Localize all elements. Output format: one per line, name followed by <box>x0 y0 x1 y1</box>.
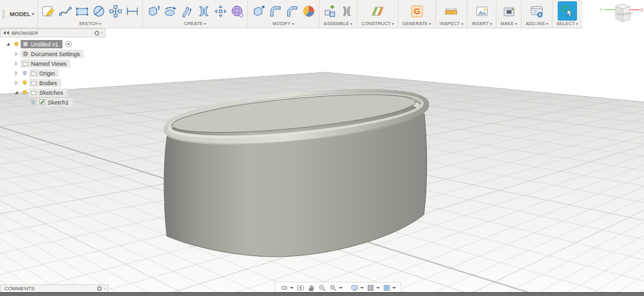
chevron-down-icon: ▾ <box>98 22 101 26</box>
toolbar-group-label[interactable]: CONSTRUCT ▾ <box>359 21 396 28</box>
extrude-icon <box>146 4 161 19</box>
chevron-down-icon: ▾ <box>460 22 463 26</box>
tree-item-label[interactable]: Document Settings <box>21 50 84 58</box>
activate-component-radio-icon[interactable] <box>64 40 73 48</box>
toolbar-group-label[interactable]: MAKE ▾ <box>498 21 519 28</box>
generate-button[interactable]: G <box>408 2 425 20</box>
zoom-button[interactable] <box>318 284 327 292</box>
collapse-panel-icon[interactable] <box>3 31 10 35</box>
create-sketch-icon <box>41 4 56 19</box>
pattern-button[interactable] <box>212 2 229 20</box>
toolbar-group-label[interactable]: SELECT ▾ <box>554 21 580 28</box>
sketch-pattern-button[interactable] <box>107 2 124 20</box>
model-body[interactable] <box>164 84 430 257</box>
toolbar-grip-icon[interactable] <box>0 0 6 28</box>
loft-button[interactable] <box>195 2 212 20</box>
tree-item-text: Sketches <box>39 90 63 96</box>
panel-options-icon[interactable] <box>97 286 102 291</box>
grid-settings-button[interactable] <box>366 284 380 292</box>
extrude-button[interactable] <box>145 2 162 20</box>
zoom-icon <box>318 284 327 292</box>
tree-item-label[interactable]: Origin <box>29 69 59 77</box>
visibility-bulb-on-icon[interactable] <box>21 89 29 96</box>
visibility-bulb-on-icon[interactable] <box>21 79 29 86</box>
tree-item-label[interactable]: Sketch1 <box>37 98 73 106</box>
pan-button[interactable] <box>307 284 316 292</box>
expander-collapsed-icon[interactable] <box>12 70 21 76</box>
expander-expanded-icon[interactable] <box>12 90 21 95</box>
workspace-dropdown[interactable]: MODEL ▾ <box>6 0 37 28</box>
press-pull-button[interactable] <box>250 2 267 20</box>
display-settings-button[interactable] <box>350 284 364 292</box>
chevron-right-icon[interactable]: › <box>101 30 103 35</box>
toolbar-group-label[interactable]: MODIFY ▾ <box>250 21 317 28</box>
window-bottom-edge <box>0 292 644 296</box>
tree-item-label[interactable]: Untitled v1 <box>21 40 62 48</box>
fillet-button[interactable] <box>267 2 283 20</box>
orbit-button[interactable] <box>280 284 294 292</box>
tree-item-text: Sketch1 <box>48 99 69 106</box>
coil-icon <box>230 4 245 19</box>
chamfer-button[interactable] <box>283 2 300 20</box>
tree-item-label[interactable]: Named Views <box>21 59 70 68</box>
insert-image-button[interactable] <box>473 2 490 20</box>
visibility-bulb-off-icon[interactable] <box>29 99 37 106</box>
sweep-icon <box>180 4 194 19</box>
expander-expanded-icon[interactable] <box>4 41 12 47</box>
toolbar-group-label[interactable]: SKETCH ▾ <box>40 21 140 28</box>
folder-icon <box>22 60 29 67</box>
viewports-button[interactable] <box>383 284 396 292</box>
expander-collapsed-icon[interactable] <box>12 61 21 66</box>
tree-item-label[interactable]: Bodies <box>29 79 61 87</box>
tree-item-text: Origin <box>39 70 55 77</box>
expander-collapsed-icon[interactable] <box>12 80 21 86</box>
toolbar-group-sketch: SKETCH ▾ <box>37 0 142 28</box>
construction-plane-button[interactable] <box>369 2 386 20</box>
tree-item-origin: Origin <box>0 68 109 78</box>
expander-collapsed-icon[interactable] <box>12 51 21 57</box>
visibility-bulb-off-icon[interactable] <box>21 70 29 77</box>
create-sketch-button[interactable] <box>40 2 57 20</box>
look-at-icon <box>296 284 305 292</box>
tree-item-untitled-v1: Untitled v1 <box>0 39 109 49</box>
revolve-button[interactable] <box>162 2 178 20</box>
toolbar-group-label[interactable]: ADD-INS ▾ <box>524 21 550 28</box>
group-label-text: INSPECT <box>440 21 460 26</box>
toolbar-group-create: CREATE ▾ <box>142 0 247 28</box>
fit-icon <box>329 284 337 292</box>
rectangle-button[interactable] <box>73 2 90 20</box>
sweep-button[interactable] <box>178 2 195 20</box>
look-at-button[interactable] <box>296 284 305 292</box>
make-3d-print-button[interactable] <box>500 2 517 20</box>
new-component-button[interactable] <box>321 2 338 20</box>
add-ins-button[interactable] <box>529 2 545 20</box>
toolbar-group-label[interactable]: INSERT ▾ <box>469 21 494 28</box>
panel-options-icon[interactable] <box>95 31 99 35</box>
toolbar-group-label[interactable]: GENERATE ▾ <box>401 21 433 28</box>
loft-icon <box>196 4 211 19</box>
toolbar-group-label[interactable]: ASSEMBLE ▾ <box>321 21 355 28</box>
chevron-right-icon[interactable]: › <box>104 286 106 291</box>
appearance-button[interactable] <box>300 2 317 20</box>
browser-header[interactable]: BROWSER › <box>0 28 106 37</box>
select-tool-button[interactable] <box>558 1 577 21</box>
spline-button[interactable] <box>57 2 73 20</box>
fit-button[interactable] <box>329 284 343 292</box>
chevron-down-icon: ▾ <box>391 22 394 26</box>
tree-item-label[interactable]: Sketches <box>29 88 67 97</box>
toolbar-group-inspect: INSPECT ▾ <box>435 0 468 28</box>
circle-button[interactable] <box>90 2 107 20</box>
toolbar-group-label[interactable]: INSPECT ▾ <box>438 21 466 28</box>
joint-button[interactable] <box>338 2 355 20</box>
coil-button[interactable] <box>229 2 245 20</box>
toolbar-group-modify: MODIFY ▾ <box>247 0 319 28</box>
dimension-button[interactable] <box>124 2 140 20</box>
toolbar-group-add-ins: ADD-INS ▾ <box>521 0 552 28</box>
view-cube[interactable]: Y X LEFT FRONT <box>599 1 644 37</box>
measure-button[interactable] <box>443 2 460 20</box>
toolbar-group-label[interactable]: CREATE ▾ <box>145 21 245 28</box>
group-label-text: SKETCH <box>79 21 99 26</box>
toolbar-groups: SKETCH ▾CREATE ▾MODIFY ▾ASSEMBLE ▾CONSTR… <box>37 0 583 28</box>
add-ins-icon <box>529 4 544 19</box>
visibility-bulb-on-icon[interactable] <box>12 41 21 48</box>
